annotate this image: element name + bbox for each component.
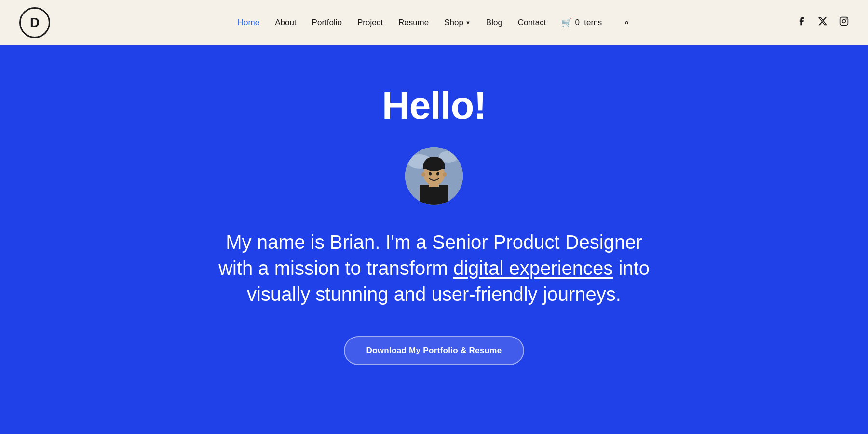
search-icon[interactable]: ⚬ [623, 17, 630, 28]
svg-point-1 [842, 20, 846, 23]
nav-item-resume[interactable]: Resume [398, 18, 429, 27]
nav-item-about[interactable]: About [275, 18, 296, 27]
nav-item-home[interactable]: Home [238, 18, 259, 27]
facebook-icon[interactable] [797, 16, 806, 28]
nav-item-portfolio[interactable]: Portfolio [312, 18, 342, 27]
social-links [797, 16, 849, 28]
cart-icon: 🛒 [561, 17, 572, 28]
nav-item-blog[interactable]: Blog [486, 18, 502, 27]
cart-area[interactable]: 🛒 0 Items [561, 17, 602, 28]
nav-item-contact[interactable]: Contact [518, 18, 546, 27]
svg-rect-6 [420, 185, 448, 205]
logo[interactable]: D [19, 7, 50, 38]
instagram-icon[interactable] [839, 16, 849, 28]
twitter-x-icon[interactable] [818, 16, 827, 28]
nav-shop-label: Shop [444, 18, 463, 27]
cart-count: 0 Items [575, 18, 602, 27]
hero-description: My name is Brian. I'm a Senior Product D… [217, 229, 651, 307]
svg-point-11 [425, 157, 443, 166]
avatar [405, 147, 463, 205]
svg-point-14 [421, 172, 425, 177]
hero-title: Hello! [382, 83, 486, 128]
svg-point-13 [436, 172, 439, 176]
svg-point-15 [443, 172, 447, 177]
header: D Home About Portfolio Project Resume Sh… [0, 0, 868, 45]
hero-section: Hello! [0, 45, 868, 434]
svg-point-2 [845, 18, 847, 20]
main-nav: Home About Portfolio Project Resume Shop… [238, 17, 630, 28]
svg-rect-0 [840, 17, 848, 26]
logo-area: D [19, 7, 50, 38]
cta-button[interactable]: Download My Portfolio & Resume [344, 336, 524, 365]
svg-point-12 [429, 172, 432, 176]
chevron-down-icon: ▼ [465, 20, 471, 26]
nav-item-shop[interactable]: Shop ▼ [444, 18, 471, 27]
hero-description-link[interactable]: digital experiences [453, 258, 613, 279]
logo-letter: D [30, 15, 40, 30]
nav-item-project[interactable]: Project [357, 18, 383, 27]
